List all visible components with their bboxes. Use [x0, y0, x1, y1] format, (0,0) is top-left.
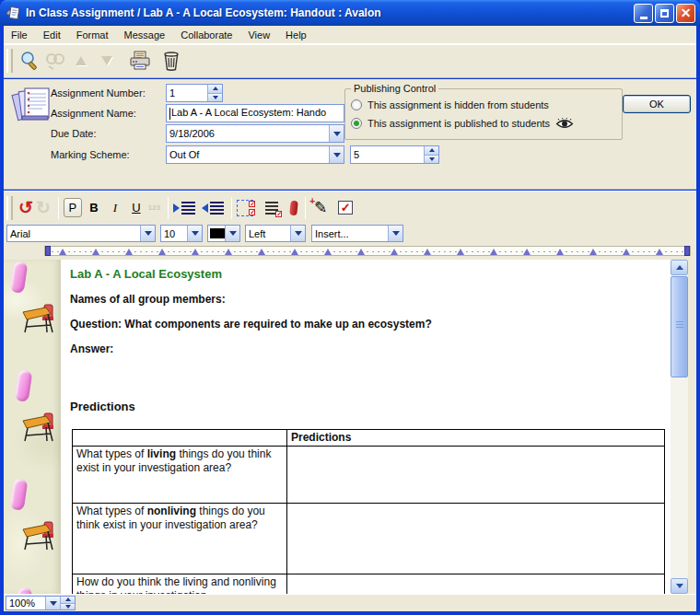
published-option[interactable]: This assignment is published to students	[351, 114, 616, 133]
document-window-icon	[5, 5, 21, 21]
chevron-down-icon[interactable]	[329, 146, 344, 163]
tab-stop-marker[interactable]	[656, 249, 663, 255]
marking-scheme-dropdown[interactable]: Out Of	[166, 145, 344, 164]
answer-cell[interactable]	[287, 574, 665, 595]
italic-button[interactable]: I	[106, 198, 124, 217]
chevron-down-icon[interactable]	[140, 226, 155, 241]
radio-unselected-icon[interactable]	[351, 99, 362, 110]
tab-stop-marker[interactable]	[59, 249, 66, 255]
tab-stop-marker[interactable]	[225, 249, 232, 255]
vertical-scrollbar[interactable]	[671, 260, 688, 594]
zoom-control[interactable]: 100%	[6, 596, 76, 610]
plain-text-icon: 123	[148, 198, 160, 218]
right-indent-marker[interactable]	[684, 246, 690, 256]
tab-stop-marker[interactable]	[556, 249, 564, 255]
radio-selected-icon[interactable]	[351, 118, 362, 129]
tab-stop-marker[interactable]	[523, 249, 531, 255]
tab-stop-marker[interactable]	[391, 249, 398, 255]
edit-pen-icon[interactable]: ✎ +	[310, 198, 331, 218]
number-spinner-buttons[interactable]	[207, 85, 222, 101]
bold-button[interactable]: B	[85, 198, 103, 217]
menu-view[interactable]: View	[248, 29, 270, 41]
redo-icon: ↻	[36, 198, 51, 218]
eraser-icon	[10, 478, 29, 511]
table-header-empty	[73, 430, 287, 447]
tab-stop-marker[interactable]	[490, 249, 497, 255]
font-size-dropdown[interactable]: 10	[160, 225, 203, 242]
chevron-down-icon[interactable]	[290, 226, 305, 241]
points-spinner-buttons[interactable]	[424, 146, 438, 163]
menu-file[interactable]: File	[11, 29, 28, 41]
due-date-label: Due Date:	[51, 124, 97, 143]
menu-help[interactable]: Help	[286, 29, 307, 41]
tab-stop-marker[interactable]	[258, 249, 265, 255]
print-icon[interactable]	[129, 50, 151, 72]
undo-icon[interactable]: ↺	[18, 198, 33, 218]
tab-stop-marker[interactable]	[158, 249, 166, 255]
chevron-down-icon[interactable]	[187, 226, 202, 241]
toolbar-grip[interactable]	[6, 196, 13, 220]
chevron-down-icon[interactable]	[45, 597, 60, 609]
maximize-button[interactable]	[655, 4, 674, 23]
due-date-dropdown[interactable]: 9/18/2006	[166, 124, 344, 143]
window-title: In Class Assignment / Lab A - A Local Ec…	[26, 6, 632, 19]
approve-checkbox-icon[interactable]: ✓	[338, 198, 353, 218]
editor-toolbar: ↺ ↻ P B I U 123 ✓✓ ✓ ✎ + ✓	[4, 191, 696, 224]
tab-stop-marker[interactable]	[623, 249, 630, 255]
minimize-button[interactable]	[634, 4, 653, 23]
document-paragraph: Names of all group members:	[70, 293, 226, 306]
question-cell: How do you think the living and nonlivin…	[73, 574, 287, 595]
table-row: What types of nonliving things do you th…	[73, 504, 665, 574]
tab-stop-marker[interactable]	[589, 249, 597, 255]
underline-button[interactable]: U	[127, 198, 146, 217]
assignment-number-stepper[interactable]: 1	[166, 84, 223, 102]
ok-button[interactable]: OK	[623, 95, 691, 113]
tab-stop-marker[interactable]	[424, 249, 431, 255]
marking-scheme-label: Marking Scheme:	[51, 145, 130, 164]
tab-stop-marker[interactable]	[92, 249, 99, 255]
scroll-up-icon[interactable]	[671, 260, 688, 275]
publishing-control-legend: Publishing Control	[351, 83, 438, 94]
answer-cell[interactable]	[287, 504, 665, 574]
left-indent-marker[interactable]	[45, 246, 51, 256]
tab-stop-marker[interactable]	[125, 249, 133, 255]
toolbar-grip[interactable]	[6, 49, 13, 73]
menu-message[interactable]: Message	[124, 29, 166, 41]
eraser-icon	[15, 369, 33, 402]
insert-checkbox-group-icon[interactable]: ✓✓	[237, 198, 253, 218]
chevron-down-icon[interactable]	[388, 226, 402, 241]
tab-stop-marker[interactable]	[357, 249, 365, 255]
assignment-name-input[interactable]: Lab A - A Local Ecosystem: Hando	[166, 104, 344, 122]
answer-cell[interactable]	[287, 447, 665, 504]
ruler[interactable]	[4, 243, 696, 260]
scroll-down-icon[interactable]	[671, 578, 688, 594]
font-family-dropdown[interactable]: Arial	[6, 225, 156, 242]
title-bar[interactable]: In Class Assignment / Lab A - A Local Ec…	[0, 0, 700, 26]
paragraph-style-button[interactable]: P	[64, 198, 82, 217]
chevron-down-icon[interactable]	[329, 125, 344, 142]
insert-checklist-icon[interactable]: ✓	[262, 198, 282, 218]
tab-stop-marker[interactable]	[457, 249, 464, 255]
search-icon[interactable]	[18, 50, 41, 72]
table-row: How do you think the living and nonlivin…	[73, 574, 665, 595]
alignment-dropdown[interactable]: Left	[245, 225, 306, 242]
indent-icon[interactable]	[173, 198, 195, 218]
menu-collaborate[interactable]: Collaborate	[181, 29, 232, 41]
tab-stop-marker[interactable]	[291, 249, 298, 255]
insert-dropdown[interactable]: Insert...	[311, 225, 403, 242]
outdent-icon[interactable]	[202, 198, 224, 218]
close-button[interactable]: ✕	[676, 4, 695, 23]
font-color-dropdown[interactable]	[207, 225, 240, 242]
zoom-spinner-buttons[interactable]	[60, 597, 75, 609]
insert-field-icon[interactable]	[290, 198, 298, 218]
hidden-option[interactable]: This assignment is hidden from students	[351, 96, 616, 114]
menu-edit[interactable]: Edit	[43, 29, 61, 41]
tab-stop-marker[interactable]	[324, 249, 332, 255]
scrollbar-thumb[interactable]	[671, 276, 688, 377]
document-body[interactable]: Lab A - A Local Ecosystem Names of all g…	[4, 260, 696, 594]
marking-points-stepper[interactable]: 5	[350, 145, 439, 164]
chevron-down-icon[interactable]	[225, 226, 239, 241]
tab-stop-marker[interactable]	[192, 249, 199, 255]
trash-icon[interactable]	[160, 50, 182, 72]
menu-format[interactable]: Format	[76, 29, 109, 41]
